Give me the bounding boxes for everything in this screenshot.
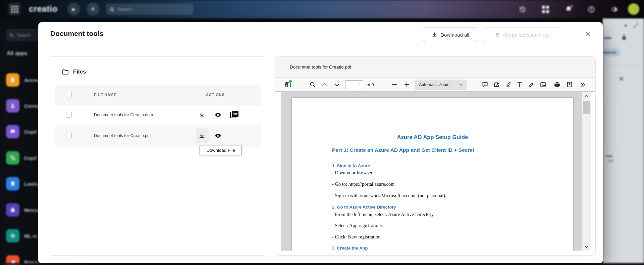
run-process-button[interactable]: ▶ — [67, 3, 80, 15]
merge-selected-files-button[interactable]: Merge selected files — [482, 27, 561, 42]
background-bottom — [0, 263, 644, 265]
previous-page-icon[interactable] — [321, 81, 328, 88]
lookups-app-icon — [6, 177, 19, 190]
sidebar-item-ml-models[interactable]: ML m — [6, 229, 37, 242]
notifications-button[interactable] — [565, 6, 572, 13]
sidebar-item-copilot-2[interactable]: Copil — [6, 151, 37, 165]
scroll-up-button[interactable] — [582, 92, 591, 100]
add-button[interactable]: + — [87, 3, 99, 15]
expand-icon — [634, 23, 638, 28]
preview-file-icon[interactable] — [215, 112, 221, 118]
add-text-icon[interactable] — [516, 81, 523, 88]
table-row[interactable]: Documnet tools for Creatio.docx PDF — [55, 104, 261, 125]
background-card-outline — [605, 102, 624, 147]
copilot-app-icon — [6, 125, 19, 138]
timestamp-fragment: AM — [608, 159, 614, 163]
find-icon[interactable] — [309, 81, 316, 88]
close-modal-button[interactable] — [584, 31, 592, 38]
pdf-toolbar: of 9 Automatic Zoom — [275, 78, 595, 92]
background-page-strip: chments AM — [603, 18, 644, 265]
sidebar-item-lookups[interactable]: Looku — [6, 177, 39, 190]
doc-line: - Select: App registrations — [332, 223, 383, 228]
page-count-label: of 9 — [367, 82, 374, 87]
zoom-out-icon[interactable] — [391, 81, 398, 88]
select-all-checkbox[interactable] — [66, 92, 72, 97]
sidebar-item-messages[interactable]: Messa — [6, 203, 40, 217]
table-row-selected-hover[interactable]: Documnet tools for Creatio.pdf — [55, 125, 261, 146]
draw-ink-icon[interactable] — [528, 81, 535, 88]
doc-section-heading: 2. Go to Azure Active Directory — [332, 205, 396, 210]
scroll-down-button[interactable] — [582, 242, 591, 251]
preview-file-icon[interactable] — [215, 132, 221, 139]
sidebar-item-contacts[interactable]: Conta — [6, 99, 39, 113]
search-icon — [9, 33, 14, 38]
history-icon[interactable] — [519, 6, 526, 13]
divider — [577, 82, 577, 88]
help-icon[interactable] — [588, 6, 595, 13]
comment-annotation-icon[interactable] — [482, 81, 488, 88]
global-search[interactable] — [106, 4, 193, 15]
highlight-icon[interactable] — [505, 81, 512, 88]
user-avatar[interactable] — [628, 3, 639, 15]
folder-icon — [62, 68, 69, 76]
sidebar-item-copilot[interactable]: Copil — [6, 125, 37, 138]
document-tools-modal: Document tools Download all Merge select… — [38, 22, 603, 263]
divider — [603, 65, 640, 66]
more-dots-icon — [625, 25, 627, 27]
doc-part-heading: Part 1: Create an Azure AD App and Get C… — [332, 147, 474, 153]
download-all-button[interactable]: Download all — [423, 27, 478, 42]
signature-icon[interactable] — [493, 81, 500, 88]
download-file-tooltip: Download File — [200, 145, 242, 155]
messages-app-icon — [6, 203, 19, 217]
download-file-icon[interactable] — [199, 112, 205, 118]
next-page-icon[interactable] — [334, 81, 340, 88]
print-icon[interactable] — [554, 81, 560, 88]
doc-line: - Sign in with your work Microsoft accou… — [332, 193, 446, 198]
divider — [401, 82, 401, 88]
pdf-content-area[interactable]: Azure AD App Setup Guide Part 1: Create … — [281, 92, 591, 251]
top-header-bar: creatio ▶ + — [0, 0, 644, 18]
creatio-logo: creatio — [29, 4, 57, 14]
link-fragment — [606, 156, 612, 157]
add-image-icon[interactable] — [540, 81, 546, 88]
convert-to-pdf-icon[interactable]: PDF — [230, 111, 239, 119]
all-apps-heading: All apps — [7, 50, 28, 56]
files-panel: Files FILE NAME ACTIONS Documnet tools f… — [48, 56, 267, 256]
chevron-down-icon — [459, 83, 463, 87]
file-name: Documnet tools for Creatio.docx — [94, 113, 154, 117]
save-icon[interactable] — [566, 81, 573, 88]
doc-section-heading: 1. Sign in to Azure — [332, 163, 370, 168]
merge-icon — [495, 32, 500, 37]
scrollbar-thumb[interactable] — [583, 101, 590, 114]
doc-line: - Open your browser. — [332, 170, 373, 176]
more-tools-icon[interactable] — [579, 81, 586, 88]
sidebar-search-label: Search — [17, 33, 31, 38]
row-checkbox[interactable] — [66, 133, 72, 138]
page-number-input[interactable] — [345, 80, 363, 89]
pdf-viewer-panel: Documnet tools for Creatio.pdf of 9 Auto… — [275, 56, 596, 256]
pdf-page: Azure AD App Setup Guide Part 1: Create … — [292, 98, 573, 251]
close-icon — [619, 76, 624, 81]
files-table: FILE NAME ACTIONS Documnet tools for Cre… — [55, 85, 261, 146]
sidebar-status-dot — [289, 80, 292, 83]
settings-gear-icon[interactable] — [610, 6, 618, 13]
pdf-title-bar: Documnet tools for Creatio.pdf — [275, 57, 595, 78]
pdf-scrollbar[interactable] — [582, 92, 591, 251]
zoom-in-icon[interactable] — [404, 81, 410, 88]
zoom-select[interactable]: Automatic Zoom — [415, 80, 467, 90]
app-launcher-button[interactable] — [8, 3, 21, 15]
play-icon: ▶ — [72, 7, 75, 12]
notification-badge — [570, 5, 573, 8]
workspaces-icon[interactable] — [542, 6, 549, 13]
ml-models-app-icon — [6, 229, 19, 242]
sidebar-item-accounts[interactable]: Accou — [6, 73, 40, 87]
close-icon — [584, 31, 591, 37]
contacts-app-icon — [6, 99, 19, 113]
sidebar-search[interactable]: Search — [6, 29, 42, 41]
divider — [331, 82, 331, 88]
global-search-input[interactable] — [117, 7, 184, 12]
column-actions: ACTIONS — [206, 93, 225, 97]
download-file-icon[interactable] — [199, 132, 205, 139]
row-checkbox[interactable] — [66, 112, 72, 118]
modal-title: Document tools — [50, 30, 104, 38]
